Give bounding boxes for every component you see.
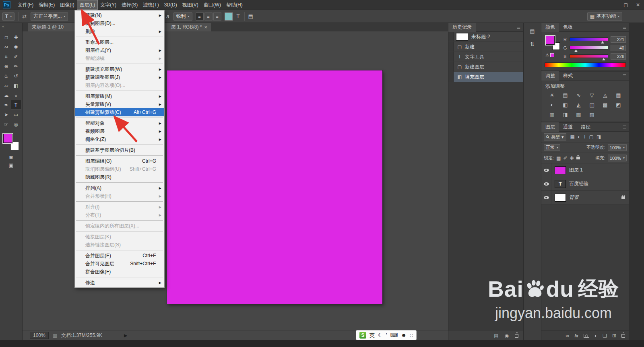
history-source-well[interactable] [448,52,454,62]
adjustment-icon[interactable]: ◬ [599,92,612,98]
quick-selection-tool[interactable]: ✱ [11,42,21,52]
layer-menu-item[interactable]: 隐藏图层(R) [75,173,164,181]
tab-layers[interactable]: 图层 [541,122,559,132]
quick-mask-icon[interactable]: ◙ [10,154,13,160]
layer-menu-item[interactable]: 智能对象▶ [75,119,164,127]
history-source-well[interactable] [448,72,454,82]
ime-mode-english[interactable]: 英 [369,332,375,339]
channel-slider[interactable] [570,37,608,41]
adjustment-icon[interactable]: ▨ [585,112,599,118]
collapse-toolbar-icon[interactable]: « [2,24,4,29]
layer-row[interactable]: 背景 [541,191,629,204]
window-maximize-button[interactable]: ▢ [620,0,632,9]
channel-slider[interactable] [570,54,608,58]
lock-image-pixels-icon[interactable]: ✐ [563,155,567,161]
adjustment-icon[interactable]: ▦ [612,92,625,98]
link-layers-button[interactable]: ∞ [566,333,570,339]
adjustment-icon[interactable]: ∿ [572,92,585,98]
adjustment-icon[interactable]: ▧ [572,112,585,118]
fill-select[interactable]: 100% ▾ [608,155,627,161]
lock-transparent-pixels-icon[interactable]: ▦ [556,155,561,161]
color-spectrum-ramp[interactable] [545,62,626,67]
sogou-logo-icon[interactable]: S [359,332,366,339]
ime-moon-icon[interactable]: ☾ [378,332,383,338]
dock-panel-icon-2[interactable]: ⇅ [527,39,538,49]
layer-menu-item[interactable]: 矢量蒙版(V)▶ [75,100,164,108]
layer-menu-item[interactable]: 图层蒙版(M)▶ [75,92,164,100]
layer-menu-item[interactable]: 重命名图层... [75,38,164,46]
panel-menu-icon[interactable]: ☰ [623,74,626,78]
dock-panel-icon-1[interactable]: ▤ [527,26,538,36]
add-layer-mask-button[interactable] [584,334,589,338]
history-state-row[interactable]: ▢新建 [448,42,523,52]
new-snapshot-button[interactable]: ◉ [505,333,509,339]
zoom-tool[interactable]: ◎ [11,120,21,129]
menubar-item[interactable]: 视图(V) [180,0,201,9]
adjustment-icon[interactable]: ▥ [545,112,559,118]
history-state-row[interactable]: ▢新建图层 [448,62,523,72]
tab-paths[interactable]: 路径 [577,122,594,132]
background-color-swatch[interactable] [10,142,19,150]
window-minimize-button[interactable]: — [608,0,620,9]
menubar-item[interactable]: 选择(S) [119,0,140,9]
status-flyout-button[interactable]: ▶ [124,333,127,338]
toggle-panels-icon[interactable]: ▤ [248,13,254,19]
layer-row[interactable]: 图层 1 [541,163,629,177]
opacity-select[interactable]: 100% ▾ [608,144,627,151]
layer-thumbnail[interactable] [555,166,566,174]
history-source-well[interactable] [448,32,454,41]
blur-tool[interactable]: ☁ [2,91,11,100]
tab-color[interactable]: 颜色 [541,23,559,32]
new-group-button[interactable]: ❏ [603,333,607,339]
adjustment-icon[interactable]: ▩ [599,102,612,108]
adjustment-icon[interactable]: ▤ [559,92,572,98]
menubar-item[interactable]: 图层(L) [77,0,98,9]
workspace-switcher[interactable]: ▦ 基本功能 ▾ [587,12,622,21]
layer-menu-item[interactable]: 新建基于图层的切片(B) [75,146,164,154]
adjustment-icon[interactable]: ◐ [545,102,559,108]
history-state-row[interactable]: 未标题-2 [448,32,523,42]
menubar-item[interactable]: 窗口(W) [201,0,223,9]
crop-tool[interactable]: ⌗ [2,52,11,61]
filter-pixel-layers-icon[interactable]: ▦ [570,134,575,140]
panel-menu-icon[interactable]: ☰ [517,25,520,29]
eyedropper-tool[interactable]: ✐ [11,52,21,61]
brush-tool[interactable]: ✏ [11,62,21,71]
menubar-item[interactable]: 文件(F) [15,0,36,9]
dodge-tool[interactable]: ◒ [11,91,21,100]
ime-menu-icon[interactable]: ∷ [410,332,413,338]
layer-visibility-toggle[interactable] [541,191,551,204]
channel-value[interactable]: 40 [611,45,626,51]
gamut-closest-color-swatch[interactable] [550,53,554,57]
tab-adjustments[interactable]: 调整 [541,71,559,81]
adjustment-icon[interactable]: ◭ [572,102,585,108]
layer-menu-item[interactable]: 视频图层▶ [75,127,164,135]
toggle-text-orientation-icon[interactable]: ⇄ [21,13,27,19]
history-source-well[interactable] [448,42,454,52]
delete-state-button[interactable] [515,334,518,338]
menubar-item[interactable]: 编辑(E) [36,0,57,9]
pen-tool[interactable]: ✒ [2,100,11,109]
adjustment-icon[interactable]: ▽ [585,92,599,98]
align-right-button[interactable]: ≡ [213,12,221,21]
layer-menu-item[interactable]: 新建填充图层(W)▶ [75,65,164,73]
slider-thumb-icon[interactable] [601,41,604,43]
window-close-button[interactable]: ✕ [632,0,644,9]
clone-stamp-tool[interactable]: ♨ [2,71,11,81]
layer-thumbnail[interactable] [555,194,566,202]
gradient-tool[interactable]: ◧ [11,81,21,90]
filter-adjustment-layers-icon[interactable]: ◐ [578,134,580,140]
layer-name[interactable]: 背景 [569,194,579,201]
layer-style-button[interactable]: fx [574,333,578,338]
filter-smart-objects-icon[interactable]: ◨ [597,134,601,140]
new-adjustment-layer-button[interactable]: ◐ [594,333,597,339]
slider-thumb-icon[interactable] [602,58,605,60]
layer-menu-item[interactable]: 拼合图像(F) [75,268,164,276]
align-center-button[interactable]: ≡ [204,12,213,21]
foreground-color-swatch[interactable] [546,36,555,45]
history-source-well[interactable] [448,62,454,72]
adjustment-icon[interactable]: ◩ [612,102,625,108]
move-tool[interactable]: ✚ [11,33,21,42]
menubar-item[interactable]: 图像(I) [58,0,76,9]
warp-text-icon[interactable]: T [236,13,241,19]
